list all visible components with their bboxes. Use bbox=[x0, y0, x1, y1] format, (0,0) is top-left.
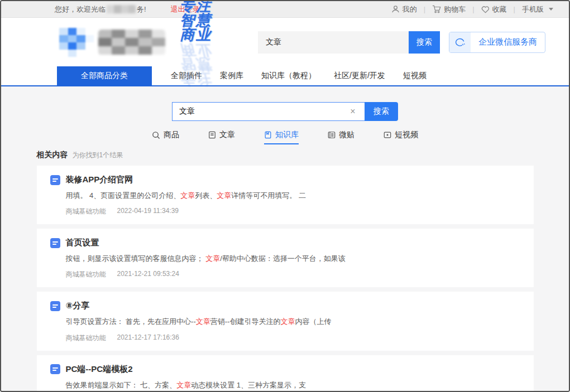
result-meta: 商城基础功能 2022-04-19 11:34:39 bbox=[66, 207, 520, 216]
results-header: 相关内容 为你找到1个结果 bbox=[37, 150, 534, 160]
separator: | bbox=[424, 5, 425, 13]
result-snippet: 引导页设置方法： 首先，先在应用中心--文章营销--创建引导关注的文章内容（上传 bbox=[66, 317, 520, 327]
result-title: PC端--PC端模板2 bbox=[66, 364, 133, 375]
favorites-label: 收藏 bbox=[492, 4, 507, 14]
user-icon bbox=[391, 5, 400, 13]
wechat-bubble-icon bbox=[449, 32, 471, 53]
logo-slogan-reflection: 专注智慧商业 bbox=[180, 43, 227, 86]
tab-articles[interactable]: 文章 bbox=[208, 130, 235, 144]
chevron-down-icon bbox=[549, 8, 553, 11]
my-account-link[interactable]: 我的 bbox=[391, 4, 417, 14]
results-list: 装修APP介绍官网 用填。 4、页面设置里的公司介绍、文章列表、文章详情等可不用… bbox=[37, 166, 534, 391]
cart-label: 购物车 bbox=[444, 4, 466, 14]
all-categories-button[interactable]: 全部商品分类 bbox=[57, 66, 152, 85]
tab-knowledge-label: 知识库 bbox=[275, 130, 299, 140]
search-icon bbox=[152, 131, 160, 139]
result-title-row[interactable]: ⑧分享 bbox=[50, 301, 520, 311]
document-icon bbox=[50, 238, 60, 248]
knowledge-book-icon bbox=[264, 131, 272, 139]
document-icon bbox=[50, 175, 60, 185]
tab-products[interactable]: 商品 bbox=[152, 130, 179, 144]
nav-item-community[interactable]: 社区/更新/开发 bbox=[334, 71, 385, 81]
result-snippet: 按钮，则显示该设置填写的客服信息内容； 文章/帮助中心数据：选择一个平台，如果该 bbox=[66, 254, 520, 264]
clear-search-icon[interactable]: × bbox=[348, 107, 358, 117]
header-search-button[interactable]: 搜索 bbox=[409, 31, 440, 54]
result-meta: 商城基础功能 2021-12-21 09:53:24 bbox=[66, 270, 520, 279]
logo-slogan-wrap: 专注智慧商业 专注智慧商业 bbox=[180, 0, 227, 86]
results-search-input[interactable] bbox=[172, 102, 365, 121]
browser-window: 您好，欢迎光临务! 退出登录 我的 | 购物车 | 收藏 | 手机版 bbox=[0, 0, 570, 392]
document-icon bbox=[50, 301, 60, 311]
wechat-work-label: 企业微信服务商 bbox=[471, 37, 545, 47]
wechat-work-button[interactable]: 企业微信服务商 bbox=[449, 32, 545, 53]
result-title: 装修APP介绍官网 bbox=[66, 175, 133, 185]
result-title: ⑧分享 bbox=[66, 301, 90, 311]
main-nav: 全部商品分类 全部插件 案例库 知识库（教程） 社区/更新/开发 短视频 bbox=[1, 66, 569, 86]
separator: | bbox=[472, 5, 474, 13]
result-card[interactable]: PC端--PC端模板2 告效果前端显示如下： 七、方案、文章动态模块设置 1、三… bbox=[37, 355, 534, 391]
result-title-row[interactable]: 首页设置 bbox=[50, 238, 520, 248]
video-icon bbox=[384, 131, 391, 139]
result-date: 2021-12-17 17:16:36 bbox=[117, 333, 179, 343]
result-card[interactable]: ⑧分享 引导页设置方法： 首先，先在应用中心--文章营销--创建引导关注的文章内… bbox=[37, 292, 534, 350]
logo-slogan: 专注智慧商业 bbox=[180, 0, 227, 42]
result-card[interactable]: 装修APP介绍官网 用填。 4、页面设置里的公司介绍、文章列表、文章详情等可不用… bbox=[37, 166, 534, 224]
post-list-icon bbox=[328, 131, 336, 139]
header-search: 搜索 bbox=[258, 31, 440, 54]
heart-icon bbox=[481, 6, 490, 13]
result-snippet: 用填。 4、页面设置里的公司介绍、文章列表、文章详情等可不用填写。 二 bbox=[66, 191, 520, 201]
tab-posts[interactable]: 微贴 bbox=[328, 130, 355, 144]
header-search-input[interactable] bbox=[258, 31, 409, 54]
nav-item-knowledge[interactable]: 知识库（教程） bbox=[261, 71, 316, 81]
cart-icon bbox=[432, 5, 441, 13]
nav-item-videos[interactable]: 短视频 bbox=[403, 71, 427, 81]
logo-text-pixelated bbox=[98, 30, 165, 55]
tab-products-label: 商品 bbox=[164, 130, 179, 140]
results-search: × 搜索 bbox=[1, 102, 569, 121]
result-card[interactable]: 首页设置 按钮，则显示该设置填写的客服信息内容； 文章/帮助中心数据：选择一个平… bbox=[37, 229, 534, 287]
tab-videos[interactable]: 短视频 bbox=[384, 130, 418, 144]
cart-link[interactable]: 购物车 bbox=[432, 4, 466, 14]
results-search-button[interactable]: 搜索 bbox=[365, 102, 398, 121]
mobile-version-link[interactable]: 手机版 bbox=[522, 4, 553, 14]
results-title: 相关内容 bbox=[37, 150, 68, 160]
result-date: 2021-12-21 09:53:24 bbox=[117, 270, 179, 279]
result-snippet: 告效果前端显示如下： 七、方案、文章动态模块设置 1、三种方案显示，支 bbox=[66, 380, 520, 390]
result-title-row[interactable]: PC端--PC端模板2 bbox=[50, 364, 520, 375]
tab-posts-label: 微贴 bbox=[339, 130, 355, 140]
site-header: 专注智慧商业 专注智慧商业 搜索 企业微信服务商 bbox=[1, 18, 569, 66]
my-account-label: 我的 bbox=[403, 4, 417, 14]
logo-mark-pixelated bbox=[59, 28, 94, 57]
result-type-tabs: 商品 文章 知识库 微贴 短视频 bbox=[1, 130, 569, 144]
result-title-row[interactable]: 装修APP介绍官网 bbox=[50, 175, 520, 185]
tab-knowledge[interactable]: 知识库 bbox=[264, 130, 299, 144]
favorites-link[interactable]: 收藏 bbox=[481, 4, 507, 14]
tab-videos-label: 短视频 bbox=[395, 130, 418, 140]
separator: | bbox=[514, 5, 515, 13]
logo-censored bbox=[59, 28, 165, 57]
result-date: 2022-04-19 11:34:39 bbox=[117, 207, 179, 216]
document-icon bbox=[50, 364, 60, 374]
censored-username bbox=[107, 5, 136, 13]
result-category: 商城基础功能 bbox=[66, 207, 106, 216]
result-meta: 商城基础功能 2021-12-17 17:16:36 bbox=[66, 333, 520, 343]
mobile-version-label: 手机版 bbox=[522, 4, 544, 14]
tab-articles-label: 文章 bbox=[219, 130, 235, 140]
result-title: 首页设置 bbox=[66, 238, 99, 248]
result-category: 商城基础功能 bbox=[66, 333, 106, 343]
results-count: 为你找到1个结果 bbox=[73, 151, 123, 160]
main-content: × 搜索 商品 文章 知识库 微贴 短视频 bbox=[1, 86, 569, 391]
article-icon bbox=[208, 131, 216, 139]
result-category: 商城基础功能 bbox=[66, 270, 106, 279]
